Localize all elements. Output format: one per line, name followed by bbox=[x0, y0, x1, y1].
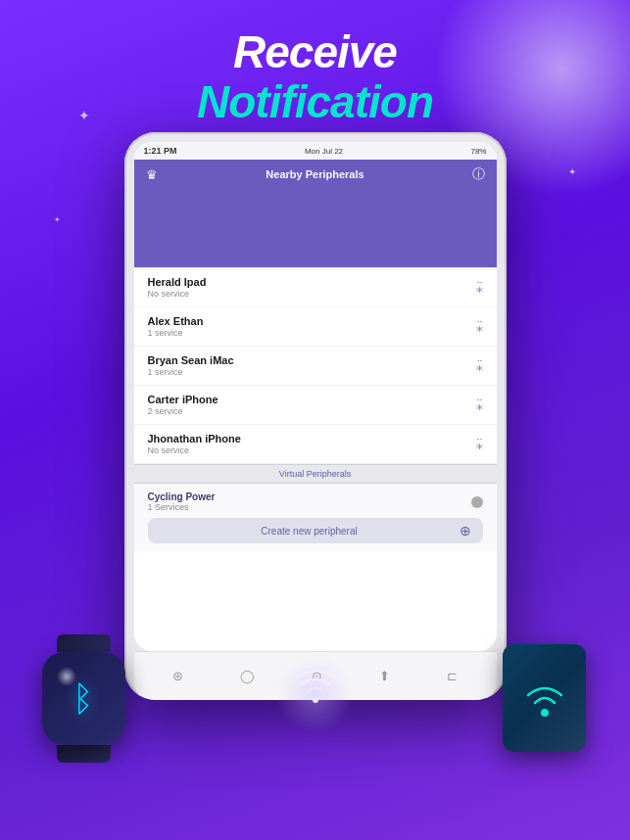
create-plus-icon: ⊕ bbox=[460, 523, 471, 538]
title-section: Receive Notification bbox=[0, 0, 630, 126]
sparkle-2: ✦ bbox=[54, 215, 61, 224]
status-bar: 1:21 PM Mon Jul 22 78% bbox=[134, 142, 497, 160]
device-name-bryan: Bryan Sean iMac bbox=[148, 354, 234, 366]
sparkle-3: ✦ bbox=[568, 166, 576, 177]
title-receive: Receive bbox=[0, 27, 630, 77]
virtual-item-info: Cycling Power 1 Services bbox=[148, 491, 216, 512]
device-service-jhonathan: No service bbox=[148, 445, 241, 455]
info-icon[interactable]: ⓘ bbox=[465, 165, 485, 183]
device-item-herald[interactable]: Herald Ipad No service ⁎̈ bbox=[134, 268, 497, 307]
device-info-carter: Carter iPhone 2 service bbox=[148, 394, 218, 416]
svg-point-1 bbox=[541, 709, 549, 717]
smartwatch-device: ᛒ bbox=[29, 634, 137, 762]
title-notification: Notification bbox=[0, 77, 630, 127]
device-item-jhonathan[interactable]: Jhonathan iPhone No service ⁎̈ bbox=[134, 425, 497, 464]
app-header: ♛ Nearby Peripherals ⓘ bbox=[134, 160, 497, 189]
device-service-carter: 2 service bbox=[148, 406, 218, 416]
battery-indicator: 78% bbox=[470, 147, 486, 156]
device-service-alex: 1 service bbox=[148, 328, 204, 338]
device-service-bryan: 1 service bbox=[148, 367, 234, 377]
nav-bt-icon[interactable]: ⊛ bbox=[172, 669, 183, 683]
bt-icon-herald: ⁎̈ bbox=[476, 280, 483, 296]
device-name-jhonathan: Jhonathan iPhone bbox=[148, 433, 241, 444]
device-item-bryan[interactable]: Bryan Sean iMac 1 service ⁎̈ bbox=[134, 347, 497, 386]
ipad-screen: 1:21 PM Mon Jul 22 78% ♛ Nearby Peripher… bbox=[134, 142, 497, 651]
device-item-alex[interactable]: Alex Ethan 1 service ⁎̈ bbox=[134, 307, 497, 347]
device-info-jhonathan: Jhonathan iPhone No service bbox=[148, 433, 241, 455]
bt-icon-carter: ⁎̈ bbox=[476, 397, 483, 413]
watch-strap-top bbox=[57, 634, 111, 652]
signal-glow bbox=[276, 654, 355, 732]
virtual-item[interactable]: Cycling Power 1 Services bbox=[148, 491, 483, 512]
virtual-name: Cycling Power bbox=[148, 491, 216, 502]
device-info-herald: Herald Ipad No service bbox=[148, 276, 207, 299]
device-info-alex: Alex Ethan 1 service bbox=[148, 315, 204, 338]
tablet-wifi-icon bbox=[520, 674, 569, 723]
device-info-bryan: Bryan Sean iMac 1 service bbox=[148, 354, 234, 377]
crown-icon[interactable]: ♛ bbox=[146, 167, 166, 182]
watch-body: ᛒ bbox=[42, 652, 125, 745]
tablet-device bbox=[503, 644, 596, 762]
tablet-body bbox=[503, 644, 586, 752]
nav-home-icon[interactable]: ⊏ bbox=[447, 669, 458, 683]
device-service-herald: No service bbox=[148, 289, 207, 299]
device-item-carter[interactable]: Carter iPhone 2 service ⁎̈ bbox=[134, 386, 497, 425]
status-date: Mon Jul 22 bbox=[305, 147, 343, 156]
section-divider: Virtual Peripherals bbox=[134, 464, 497, 484]
create-btn-label: Create new peripheral bbox=[160, 526, 460, 537]
watch-bt-icon: ᛒ bbox=[73, 678, 94, 720]
virtual-section: Cycling Power 1 Services Create new peri… bbox=[134, 484, 497, 551]
device-name-herald: Herald Ipad bbox=[148, 276, 207, 288]
bt-icon-jhonathan: ⁎̈ bbox=[476, 437, 483, 452]
watch-glow bbox=[57, 667, 76, 686]
purple-banner bbox=[134, 189, 497, 267]
create-peripheral-button[interactable]: Create new peripheral ⊕ bbox=[148, 518, 483, 543]
virtual-service-count: 1 Services bbox=[148, 502, 216, 512]
nav-message-icon[interactable]: ◯ bbox=[240, 669, 255, 683]
ipad-device: 1:21 PM Mon Jul 22 78% ♛ Nearby Peripher… bbox=[124, 132, 507, 700]
watch-strap-bottom bbox=[57, 745, 111, 763]
nav-share-icon[interactable]: ⬆ bbox=[379, 669, 390, 683]
status-time: 1:21 PM bbox=[144, 146, 177, 156]
virtual-toggle[interactable] bbox=[471, 496, 483, 508]
app-header-title: Nearby Peripherals bbox=[166, 168, 465, 180]
center-nfc-signal bbox=[288, 664, 342, 723]
bt-icon-bryan: ⁎̈ bbox=[476, 358, 483, 374]
device-list: Herald Ipad No service ⁎̈ Alex Ethan 1 s… bbox=[134, 267, 497, 464]
bt-icon-alex: ⁎̈ bbox=[476, 319, 483, 335]
device-name-alex: Alex Ethan bbox=[148, 315, 204, 327]
device-name-carter: Carter iPhone bbox=[148, 394, 218, 405]
status-right: 78% bbox=[470, 147, 486, 156]
